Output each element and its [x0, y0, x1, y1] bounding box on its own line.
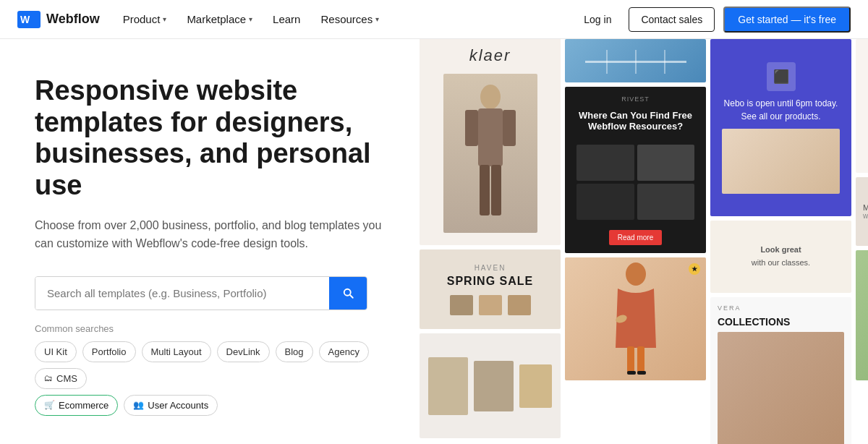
get-started-button[interactable]: Get started — it's free	[723, 7, 851, 33]
tag-user-accounts[interactable]: 👥 User Accounts	[124, 395, 218, 416]
search-input[interactable]	[35, 277, 329, 309]
mosaic-col-1: klaer HAVEN SPRING SALE	[420, 39, 561, 444]
template-resources[interactable]: RIVEST Where Can You Find Free Webflow R…	[565, 87, 706, 253]
badge: ★	[689, 263, 700, 275]
nav-logo[interactable]: W Webflow	[17, 11, 100, 28]
tag-list-2: 🛒 Ecommerce 👥 User Accounts	[35, 395, 385, 416]
style-text: Look greatwith our classes.	[752, 244, 810, 269]
login-button[interactable]: Log in	[575, 8, 620, 31]
cart-icon: 🛒	[44, 400, 55, 410]
impression-text: Make an impression	[863, 203, 868, 212]
logo-text: Webflow	[46, 12, 100, 27]
nav-left: W Webflow Product ▾ Marketplace ▾ Learn …	[17, 9, 388, 30]
tag-ecommerce[interactable]: 🛒 Ecommerce	[35, 395, 118, 416]
nebo-image	[722, 129, 840, 194]
resources-cta[interactable]: Read more	[609, 230, 662, 245]
tag-list: UI Kit Portfolio Multi Layout DevLink Bl…	[35, 341, 385, 389]
spring-title: SPRING SALE	[447, 275, 533, 288]
svg-point-2	[480, 85, 501, 109]
mosaic-col-3: ⬛ Nebo is open until 6pm today. See all …	[710, 39, 851, 444]
hero-panel: Responsive website templates for designe…	[0, 39, 420, 444]
spring-label: HAVEN	[475, 264, 506, 272]
main-content: Responsive website templates for designe…	[0, 39, 868, 444]
impression-sub: with our new style	[863, 212, 868, 220]
resources-title: Where Can You Find Free Webflow Resource…	[576, 110, 694, 132]
furniture-item-1	[428, 357, 468, 415]
cms-icon: 🗂	[44, 373, 53, 383]
svg-rect-5	[503, 110, 516, 146]
navbar: W Webflow Product ▾ Marketplace ▾ Learn …	[0, 0, 868, 39]
template-woman[interactable]: ★	[565, 257, 706, 380]
template-klaer[interactable]: klaer	[420, 39, 561, 245]
vera-image	[718, 332, 844, 444]
nav-item-learn[interactable]: Learn	[264, 9, 309, 30]
common-searches-label: Common searches	[35, 323, 385, 334]
vera-title: COLLECTIONS	[718, 316, 844, 328]
template-furniture[interactable]	[420, 333, 561, 438]
tag-blog[interactable]: Blog	[276, 341, 313, 362]
users-icon: 👥	[133, 400, 144, 410]
svg-rect-7	[491, 165, 501, 215]
mosaic-col-2: RIVEST Where Can You Find Free Webflow R…	[565, 39, 706, 444]
template-bridge[interactable]	[565, 39, 706, 82]
search-button[interactable]	[329, 277, 367, 309]
svg-rect-17	[637, 371, 646, 375]
template-spring[interactable]: HAVEN SPRING SALE	[420, 249, 561, 329]
hero-subtitle: Choose from over 2,000 business, portfol…	[35, 216, 382, 253]
tag-agency[interactable]: Agency	[319, 341, 369, 362]
vera-label: VERA	[718, 304, 844, 312]
nebo-icon: ⬛	[767, 62, 796, 91]
contact-sales-button[interactable]: Contact sales	[629, 7, 715, 32]
template-impression[interactable]: Make an impression with our new style	[856, 177, 868, 246]
svg-point-12	[626, 262, 646, 286]
svg-text:W: W	[20, 14, 30, 25]
chevron-down-icon: ▾	[163, 15, 166, 23]
template-vera[interactable]: VERA COLLECTIONS	[710, 297, 851, 444]
nav-item-marketplace[interactable]: Marketplace ▾	[178, 9, 261, 30]
svg-rect-3	[478, 108, 503, 166]
klaer-figure	[443, 74, 537, 233]
chevron-down-icon: ▾	[375, 15, 379, 23]
nav-item-resources[interactable]: Resources ▾	[312, 9, 388, 30]
svg-rect-15	[637, 346, 644, 374]
template-mosaic: klaer HAVEN SPRING SALE	[420, 39, 868, 444]
svg-rect-14	[627, 346, 634, 374]
search-bar	[35, 276, 367, 310]
chevron-down-icon: ▾	[249, 15, 252, 23]
svg-rect-16	[627, 371, 636, 375]
template-nebo[interactable]: ⬛ Nebo is open until 6pm today. See all …	[710, 39, 851, 216]
template-green-fashion[interactable]	[856, 250, 868, 380]
template-style[interactable]: Look greatwith our classes.	[710, 221, 851, 293]
tag-devlink[interactable]: DevLink	[217, 341, 270, 362]
mosaic-col-4: Make an impression with our new style	[856, 39, 868, 444]
tag-ui-kit[interactable]: UI Kit	[35, 341, 77, 362]
nav-right: Log in Contact sales Get started — it's …	[575, 7, 851, 33]
tag-portfolio[interactable]: Portfolio	[82, 341, 136, 362]
resources-brand: RIVEST	[621, 95, 650, 103]
tag-multi-layout[interactable]: Multi Layout	[142, 341, 211, 362]
nebo-text: Nebo is open until 6pm today. See all ou…	[722, 97, 840, 123]
klaer-title: klaer	[469, 46, 511, 65]
hero-title: Responsive website templates for designe…	[35, 75, 385, 202]
nav-item-product[interactable]: Product ▾	[114, 9, 176, 30]
svg-rect-4	[465, 110, 478, 146]
template-fashion-stripe[interactable]	[856, 39, 868, 173]
tag-cms[interactable]: 🗂 CMS	[35, 368, 87, 389]
furniture-item-2	[474, 361, 514, 411]
svg-rect-6	[480, 165, 490, 215]
furniture-item-3	[519, 364, 552, 408]
